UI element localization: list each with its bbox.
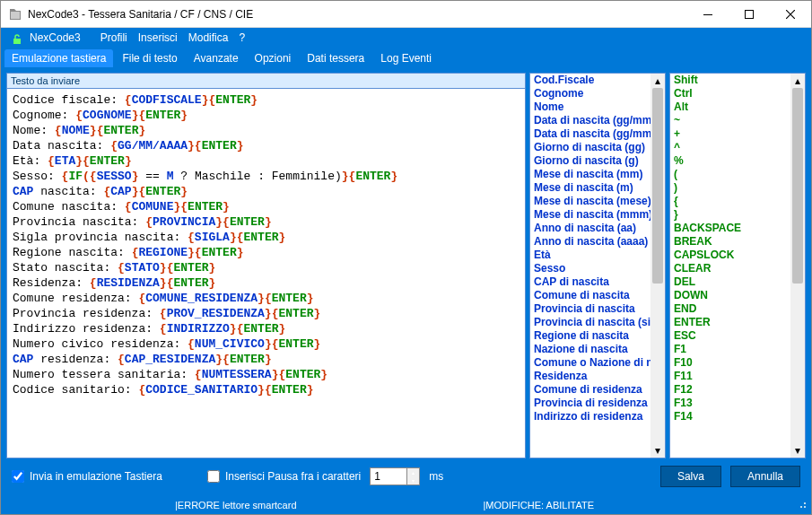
tab-avanzate[interactable]: Avanzate: [187, 49, 246, 67]
ms-spinner[interactable]: ▴▾: [370, 467, 420, 485]
list-item[interactable]: Data di nascita (gg/mm/: [530, 127, 650, 141]
list-item[interactable]: ENTER: [670, 316, 790, 329]
list-item[interactable]: Sesso: [530, 262, 650, 275]
list-item[interactable]: Comune o Nazione di nas: [530, 356, 650, 370]
insert-pause-checkbox[interactable]: Inserisci Pausa fra i caratteri: [207, 470, 361, 483]
list-item[interactable]: F13: [670, 397, 790, 410]
list-item[interactable]: ^: [670, 141, 790, 154]
keys-list-panel: ShiftCtrlAlt~+^%(){}BACKSPACEBREAKCAPSLO…: [669, 73, 806, 458]
list-item[interactable]: Ctrl: [670, 87, 790, 100]
save-button[interactable]: Salva: [660, 466, 721, 487]
list-item[interactable]: Mese di nascita (mese): [530, 195, 650, 208]
list-item[interactable]: %: [670, 154, 790, 168]
tab-log-eventi[interactable]: Log Eventi: [373, 49, 439, 67]
editor-textarea[interactable]: Codice fiscale: {CODFISCALE}{ENTER}Cogno…: [7, 89, 525, 458]
svg-rect-3: [804, 506, 806, 508]
list-item[interactable]: ESC: [670, 329, 790, 343]
scroll-down-icon[interactable]: ▾: [790, 443, 805, 458]
tab-dati-tessera[interactable]: Dati tessera: [300, 49, 371, 67]
list-item[interactable]: END: [670, 302, 790, 316]
list-item[interactable]: Provincia di nascita: [530, 302, 650, 316]
status-left: |ERRORE lettore smartcard: [171, 500, 301, 511]
svg-rect-1: [746, 10, 754, 18]
tab-opzioni[interactable]: Opzioni: [248, 49, 299, 67]
list-item[interactable]: Mese di nascita (mm): [530, 168, 650, 181]
list-item[interactable]: F12: [670, 383, 790, 397]
list-item[interactable]: Provincia di residenza: [530, 397, 650, 410]
list-item[interactable]: Indirizzo di residenza: [530, 410, 650, 423]
menu-inserisci[interactable]: Inserisci: [133, 30, 183, 46]
list-item[interactable]: +: [670, 127, 790, 141]
list-item[interactable]: Regione di nascita: [530, 329, 650, 343]
list-item[interactable]: F10: [670, 356, 790, 370]
list-item[interactable]: Anno di nascita (aa): [530, 222, 650, 235]
list-item[interactable]: Mese di nascita (m): [530, 181, 650, 195]
fields-list-panel: Cod.FiscaleCognomeNomeData di nascita (g…: [529, 73, 666, 458]
list-item[interactable]: F1: [670, 343, 790, 356]
list-item[interactable]: Età: [530, 249, 650, 262]
list-item[interactable]: (: [670, 168, 790, 181]
list-item[interactable]: Alt: [670, 100, 790, 114]
list-item[interactable]: Provincia di nascita (sigl: [530, 316, 650, 329]
list-item[interactable]: ): [670, 181, 790, 195]
fields-scrollbar[interactable]: ▴ ▾: [650, 74, 665, 458]
list-item[interactable]: Comune di nascita: [530, 289, 650, 302]
list-item[interactable]: Cod.Fiscale: [530, 74, 650, 87]
fields-list[interactable]: Cod.FiscaleCognomeNomeData di nascita (g…: [530, 74, 650, 458]
list-item[interactable]: BREAK: [670, 235, 790, 249]
chk2-label: Inserisci Pausa fra i caratteri: [225, 470, 361, 483]
status-right: |MODIFICHE: ABILITATE: [480, 500, 598, 511]
list-item[interactable]: DOWN: [670, 289, 790, 302]
list-item[interactable]: DEL: [670, 275, 790, 289]
tab-emulazione-tastiera[interactable]: Emulazione tastiera: [4, 49, 113, 67]
scroll-up-icon[interactable]: ▴: [790, 74, 805, 88]
tabbar: Emulazione tastieraFile di testoAvanzate…: [1, 48, 811, 67]
list-item[interactable]: Anno di nascita (aaaa): [530, 235, 650, 249]
list-item[interactable]: ~: [670, 114, 790, 127]
svg-rect-0: [703, 14, 712, 15]
list-item[interactable]: Comune di residenza: [530, 383, 650, 397]
statusbar: |ERRORE lettore smartcard |MODIFICHE: AB…: [1, 496, 811, 514]
close-button[interactable]: [770, 1, 811, 28]
list-item[interactable]: Giorno di nascita (g): [530, 154, 650, 168]
keys-scrollbar[interactable]: ▴ ▾: [790, 74, 805, 458]
list-item[interactable]: Nazione di nascita: [530, 343, 650, 356]
spin-down-icon[interactable]: ▾: [406, 476, 419, 484]
menu-profili[interactable]: Profili: [95, 30, 133, 46]
scroll-up-icon[interactable]: ▴: [650, 74, 665, 88]
list-item[interactable]: F11: [670, 370, 790, 383]
unlock-icon: [4, 31, 19, 45]
list-item[interactable]: }: [670, 208, 790, 222]
list-item[interactable]: Data di nascita (gg/mm/: [530, 114, 650, 127]
tab-file-di-testo[interactable]: File di testo: [115, 49, 184, 67]
list-item[interactable]: CAPSLOCK: [670, 249, 790, 262]
scroll-down-icon[interactable]: ▾: [650, 443, 665, 458]
menu-app[interactable]: NexCode3: [24, 30, 86, 46]
cancel-button[interactable]: Annulla: [730, 466, 800, 487]
editor-header: Testo da inviare: [7, 74, 525, 89]
list-item[interactable]: CLEAR: [670, 262, 790, 275]
menu-?[interactable]: ?: [233, 30, 250, 46]
list-item[interactable]: Cognome: [530, 87, 650, 100]
list-item[interactable]: Residenza: [530, 370, 650, 383]
list-item[interactable]: CAP di nascita: [530, 275, 650, 289]
svg-rect-5: [804, 502, 806, 504]
send-emulation-checkbox[interactable]: Invia in emulazione Tastiera: [12, 470, 162, 483]
list-item[interactable]: Nome: [530, 100, 650, 114]
keys-list[interactable]: ShiftCtrlAlt~+^%(){}BACKSPACEBREAKCAPSLO…: [670, 74, 790, 458]
list-item[interactable]: BACKSPACE: [670, 222, 790, 235]
minimize-button[interactable]: [687, 1, 729, 28]
list-item[interactable]: Mese di nascita (mmm): [530, 208, 650, 222]
menu-modifica[interactable]: Modifica: [183, 30, 234, 46]
client-area: Testo da inviare Codice fiscale: {CODFIS…: [1, 67, 811, 496]
list-item[interactable]: Shift: [670, 74, 790, 87]
spin-up-icon[interactable]: ▴: [406, 468, 419, 476]
titlebar: NexCode3 - Tessera Sanitaria / CF / CNS …: [1, 1, 811, 28]
editor-panel: Testo da inviare Codice fiscale: {CODFIS…: [6, 73, 526, 458]
ms-input[interactable]: [371, 470, 406, 483]
list-item[interactable]: {: [670, 195, 790, 208]
resize-grip-icon[interactable]: [797, 499, 811, 511]
list-item[interactable]: Giorno di nascita (gg): [530, 141, 650, 154]
maximize-button[interactable]: [729, 1, 770, 28]
list-item[interactable]: F14: [670, 410, 790, 423]
